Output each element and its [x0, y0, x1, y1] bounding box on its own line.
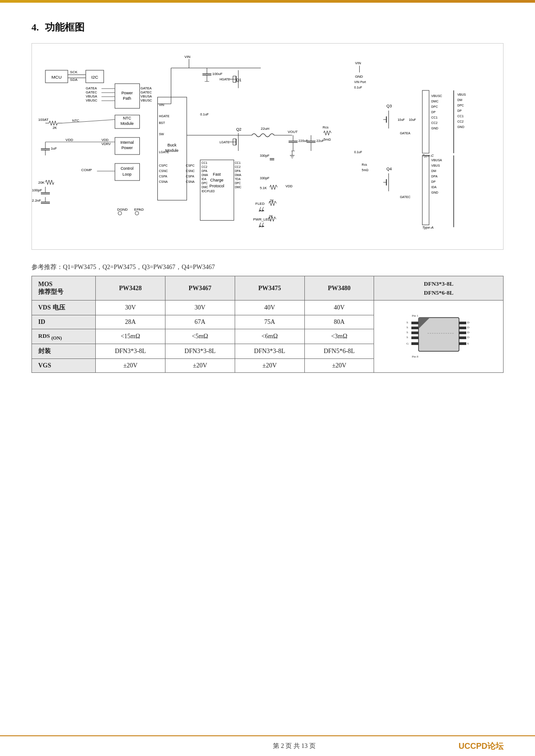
svg-text:S: S [406, 326, 408, 329]
svg-text:IDA: IDA [431, 186, 437, 189]
svg-rect-220 [411, 332, 419, 334]
svg-text:Path: Path [123, 96, 131, 101]
svg-text:G: G [406, 342, 409, 345]
svg-text:DP: DP [431, 111, 436, 114]
circuit-diagram: MCU SCK SDA I2C Power Path GATEA GATEC V… [31, 43, 504, 250]
svg-rect-236 [459, 342, 466, 345]
svg-text:CC1: CC1 [235, 161, 241, 164]
svg-text:GATEA: GATEA [141, 86, 152, 90]
cell-vds-pw3467: 30V [165, 301, 235, 315]
svg-text:1uF: 1uF [51, 146, 57, 150]
cell-vgs-pw3467: ±20V [165, 358, 235, 372]
svg-text:330pF: 330pF [260, 176, 270, 180]
svg-text:D: D [467, 331, 469, 334]
mos-comparison-table: MOS推荐型号 PW3428 PW3467 PW3475 PW3480 DFN3… [31, 276, 504, 373]
cell-pkg-pw3480: DFN5*6-8L [304, 344, 374, 358]
svg-text:S: S [406, 336, 408, 339]
svg-text:CSNA: CSNA [186, 180, 195, 183]
table-header-pw3467: PW3467 [165, 276, 235, 301]
svg-text:VIN Port: VIN Port [354, 80, 366, 84]
svg-text:COMP: COMP [81, 168, 92, 172]
svg-text:PWR_LED: PWR_LED [253, 217, 271, 221]
svg-line-30 [62, 119, 115, 123]
svg-text:2K: 2K [270, 199, 274, 203]
svg-text:100pF: 100pF [32, 188, 42, 192]
svg-text:103AT: 103AT [38, 118, 49, 122]
svg-text:DMA: DMA [235, 173, 241, 177]
svg-point-60 [118, 212, 122, 215]
svg-text:VDRV: VDRV [102, 142, 111, 146]
svg-text:Rcs: Rcs [323, 125, 329, 129]
table-row: VDS 电压 30V 30V 40V 40V Pin 1 [32, 301, 504, 315]
row-label-package: 封装 [32, 344, 96, 358]
svg-text:S: S [406, 331, 408, 334]
svg-text:I2C: I2C [91, 75, 98, 80]
svg-text:Power: Power [121, 146, 133, 150]
svg-text:CC2: CC2 [457, 120, 464, 123]
svg-rect-230 [459, 332, 466, 334]
cell-vgs-pw3475: ±20V [235, 358, 304, 372]
svg-point-62 [135, 212, 139, 215]
svg-text:VBUS: VBUS [431, 164, 440, 167]
package-diagram-cell: Pin 1 S S S S G [374, 301, 504, 373]
svg-text:D: D [467, 321, 469, 324]
svg-text:VBUSC: VBUSC [86, 98, 98, 102]
svg-rect-229 [459, 327, 466, 329]
svg-text:EPAD: EPAD [134, 208, 144, 212]
svg-rect-219 [411, 327, 419, 329]
svg-text:DMA: DMA [201, 173, 208, 177]
svg-text:SCK: SCK [70, 70, 78, 74]
svg-text:5mΩ: 5mΩ [362, 168, 369, 172]
row-label-id: ID [32, 315, 96, 329]
page-number: 第 2 页 共 13 页 [130, 742, 459, 750]
table-header-pw3480: PW3480 [304, 276, 374, 301]
svg-text:DGND: DGND [117, 208, 128, 212]
svg-text:Fast: Fast [213, 172, 221, 177]
svg-text:GND: GND [355, 75, 363, 79]
svg-text:GND: GND [431, 191, 438, 194]
svg-text:22uF: 22uF [317, 139, 324, 143]
table-header-pw3428: PW3428 [96, 276, 165, 301]
svg-text:Module: Module [120, 121, 134, 126]
svg-text:CC2: CC2 [431, 121, 437, 124]
svg-text:CSNC: CSNC [186, 169, 195, 172]
svg-text:CSPC: CSPC [186, 164, 194, 167]
svg-text:NTC: NTC [123, 116, 131, 120]
svg-rect-155 [422, 90, 429, 153]
svg-text:IDC/FLED: IDC/FLED [201, 190, 215, 193]
cell-id-pw3475: 75A [235, 315, 304, 329]
svg-text:GATEC: GATEC [141, 90, 152, 94]
cell-rds-pw3467: <5mΩ [165, 329, 235, 344]
svg-text:D: D [467, 336, 469, 339]
row-label-vds: VDS 电压 [32, 301, 96, 315]
svg-text:CSNC: CSNC [159, 169, 168, 172]
cell-pkg-pw3428: DFN3*3-8L [96, 344, 165, 358]
svg-text:VBUSC: VBUSC [431, 94, 442, 97]
svg-text:0.1uF: 0.1uF [354, 150, 362, 154]
svg-text:Pin 8: Pin 8 [412, 355, 419, 358]
svg-text:CC2: CC2 [201, 165, 207, 168]
svg-text:VBUSA: VBUSA [86, 94, 97, 98]
svg-text:LGATE: LGATE [159, 150, 169, 154]
svg-text:Q3: Q3 [386, 104, 392, 108]
svg-text:VDD: VDD [66, 138, 73, 142]
svg-text:NTC: NTC [72, 119, 80, 123]
svg-text:Internal: Internal [120, 140, 134, 145]
svg-text:GND: GND [431, 127, 438, 130]
svg-text:Control: Control [120, 166, 134, 171]
svg-text:CC1: CC1 [457, 115, 464, 118]
svg-text:CSPA: CSPA [159, 175, 167, 178]
svg-text:DPA: DPA [201, 169, 208, 172]
svg-text:DMC: DMC [431, 100, 438, 103]
svg-text:CC1: CC1 [431, 116, 437, 119]
svg-text:VIN: VIN [355, 61, 361, 65]
svg-text:CC1: CC1 [201, 161, 207, 164]
cell-rds-pw3475: <6mΩ [235, 329, 304, 344]
cell-vds-pw3428: 30V [96, 301, 165, 315]
section-title: 4. 功能框图 [31, 21, 504, 34]
svg-text:GATEC: GATEC [86, 90, 98, 94]
svg-text:S: S [406, 321, 408, 324]
mos-table-section: MOS推荐型号 PW3428 PW3467 PW3475 PW3480 DFN3… [31, 276, 504, 373]
svg-text:10uF: 10uF [397, 118, 405, 121]
svg-text:LGATE: LGATE [219, 141, 230, 144]
